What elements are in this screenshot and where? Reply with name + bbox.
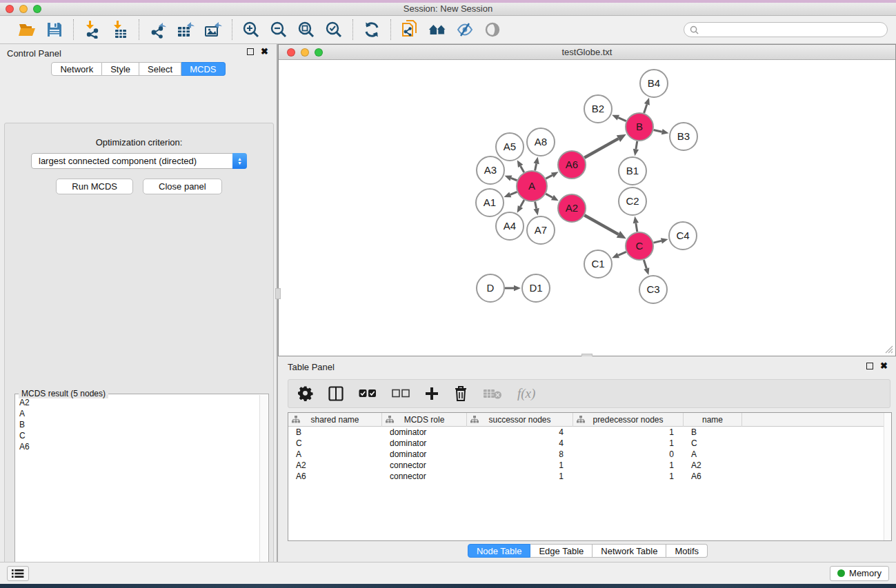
select-all-icon[interactable] [359, 389, 377, 398]
cell-shared-name[interactable]: A [288, 449, 382, 460]
table-scrollbar[interactable] [884, 413, 891, 540]
graph-node-A2[interactable]: A2 [558, 194, 586, 222]
column-header-name[interactable]: name [684, 413, 742, 427]
cell-predecessor-nodes[interactable]: 1 [573, 460, 684, 471]
graph-node-C4[interactable]: C4 [669, 222, 697, 250]
task-history-button[interactable] [7, 566, 29, 581]
graph-node-C1[interactable]: C1 [584, 250, 612, 278]
cell-successor-nodes[interactable]: 1 [467, 460, 573, 471]
result-item-b[interactable]: B [16, 419, 259, 430]
graph-node-C2[interactable]: C2 [619, 187, 646, 215]
zoom-selected-icon[interactable] [325, 21, 343, 39]
result-item-c[interactable]: C [16, 430, 259, 441]
graph-node-B2[interactable]: B2 [584, 95, 612, 123]
graph-node-C[interactable]: C [626, 232, 653, 260]
graph-node-A3[interactable]: A3 [477, 156, 504, 184]
save-session-icon[interactable] [46, 21, 63, 39]
close-table-panel-icon[interactable]: ✖ [880, 363, 888, 369]
add-column-icon[interactable] [425, 387, 439, 401]
cell-successor-nodes[interactable]: 4 [467, 438, 573, 449]
graph-edge-A-A5[interactable] [521, 166, 524, 172]
cell-successor-nodes[interactable]: 8 [467, 449, 573, 460]
resize-grip-icon[interactable] [884, 344, 893, 354]
column-header-shared-name[interactable]: shared name [288, 413, 382, 427]
result-item-a2[interactable]: A2 [16, 397, 259, 408]
graph-edge-A-A2[interactable] [546, 194, 552, 197]
graph-node-A4[interactable]: A4 [496, 212, 524, 240]
table-row[interactable]: A6connector11A6 [288, 471, 891, 482]
panel-divider-handle[interactable] [275, 288, 281, 299]
graph-edge-A-A4[interactable] [520, 200, 524, 207]
graph-edge-C-C3[interactable] [644, 260, 646, 268]
graph-edge-A-A3[interactable] [511, 178, 517, 180]
network-zoom-button[interactable] [315, 48, 323, 57]
close-window-button[interactable] [6, 5, 14, 13]
cell-shared-name[interactable]: C [288, 438, 382, 449]
tab-select[interactable]: Select [139, 62, 181, 76]
cell-shared-name[interactable]: A6 [288, 471, 382, 482]
graph-node-D1[interactable]: D1 [522, 274, 550, 302]
cell-name[interactable]: C [684, 438, 742, 449]
cell-successor-nodes[interactable]: 4 [467, 427, 573, 438]
zoom-out-icon[interactable] [270, 21, 288, 39]
float-table-panel-icon[interactable] [866, 363, 873, 369]
graph-node-A8[interactable]: A8 [527, 128, 555, 156]
minimize-window-button[interactable] [19, 5, 28, 13]
graph-edge-C-C2[interactable] [636, 223, 637, 232]
graph-node-A[interactable]: A [517, 171, 547, 201]
graph-node-B[interactable]: B [626, 113, 653, 141]
import-table-icon[interactable] [111, 21, 129, 39]
refresh-view-icon[interactable] [363, 21, 381, 39]
graph-edge-B-B1[interactable] [636, 141, 637, 150]
cell-name[interactable]: A6 [684, 471, 742, 482]
tab-network-table[interactable]: Network Table [593, 544, 666, 558]
graph-edge-B-B2[interactable] [618, 118, 626, 121]
cell-MCDS-role[interactable]: connector [382, 460, 467, 471]
cell-shared-name[interactable]: B [288, 427, 382, 438]
memory-button[interactable]: Memory [830, 566, 889, 581]
delete-table-icon[interactable] [483, 387, 502, 400]
export-table-icon[interactable] [177, 21, 195, 39]
graph-edge-B-B4[interactable] [644, 104, 647, 113]
cell-MCDS-role[interactable]: dominator [382, 427, 467, 438]
graph-node-C3[interactable]: C3 [639, 276, 667, 303]
mcds-result-list[interactable]: A2ABCA6 [16, 397, 259, 588]
network-close-button[interactable] [287, 48, 295, 57]
network-canvas[interactable]: AA1A2A3A4A5A6A7A8BB1B2B3B4CC1C2C3C4DD1 [279, 61, 895, 356]
graph-node-B4[interactable]: B4 [640, 70, 668, 97]
hide-selected-icon[interactable] [456, 21, 474, 39]
cell-successor-nodes[interactable]: 1 [467, 471, 573, 482]
graph-edge-A6-B[interactable] [584, 139, 618, 158]
cell-MCDS-role[interactable]: dominator [382, 449, 467, 460]
result-list-scrollbar[interactable] [259, 395, 268, 588]
cell-MCDS-role[interactable]: connector [382, 471, 467, 482]
tab-network[interactable]: Network [51, 62, 102, 76]
close-panel-button[interactable]: Close panel [143, 179, 222, 194]
show-all-icon[interactable] [484, 21, 501, 39]
column-header-MCDS-role[interactable]: MCDS role [382, 413, 467, 427]
delete-column-icon[interactable] [454, 385, 468, 402]
table-row[interactable]: A2connector11A2 [288, 460, 891, 471]
import-network-icon[interactable] [83, 21, 101, 39]
graph-edge-A-A1[interactable] [510, 192, 517, 194]
table-row[interactable]: Adominator80A [288, 449, 891, 460]
graph-node-A5[interactable]: A5 [496, 133, 524, 161]
graph-node-A7[interactable]: A7 [527, 216, 555, 244]
cell-predecessor-nodes[interactable]: 1 [573, 471, 684, 482]
node-table[interactable]: shared nameMCDS rolesuccessor nodesprede… [288, 412, 892, 541]
home-icon[interactable] [428, 21, 446, 39]
graph-edge-A2-C[interactable] [584, 215, 618, 234]
function-builder-icon[interactable]: f(x) [517, 386, 535, 401]
graph-edge-A-A8[interactable] [535, 163, 537, 170]
tab-style[interactable]: Style [102, 62, 139, 76]
cell-name[interactable]: B [684, 427, 742, 438]
graph-edge-A-A7[interactable] [535, 202, 537, 209]
tab-mcds[interactable]: MCDS [181, 62, 225, 76]
zoom-window-button[interactable] [33, 5, 41, 13]
column-header-predecessor-nodes[interactable]: predecessor nodes [573, 413, 684, 427]
tab-motifs[interactable]: Motifs [666, 544, 708, 558]
graph-edge-C-C1[interactable] [618, 252, 626, 255]
graph-edge-A-A6[interactable] [546, 175, 552, 179]
graph-node-B1[interactable]: B1 [619, 157, 646, 185]
export-network-icon[interactable] [149, 21, 167, 39]
